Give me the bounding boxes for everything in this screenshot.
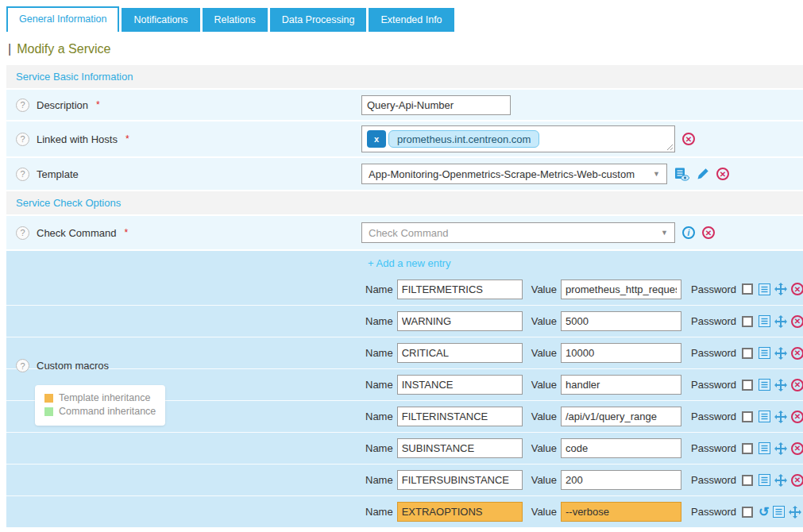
password-checkbox[interactable] [742,443,753,454]
view-template-icon[interactable] [674,168,689,181]
macro-value-input[interactable] [561,470,681,490]
clear-check-command-icon[interactable]: ✕ [702,226,715,239]
tab-relations[interactable]: Relations [203,8,268,32]
delete-macro-icon[interactable]: ✕ [791,315,803,328]
macro-description-icon[interactable] [759,379,770,391]
macro-name-input[interactable] [397,502,523,522]
help-icon[interactable]: ? [16,226,29,240]
info-icon[interactable]: i [682,226,695,239]
move-macro-icon[interactable] [774,379,787,391]
template-select[interactable]: App-Monitoring-Openmetrics-Scrape-Metric… [361,164,667,184]
delete-macro-icon[interactable]: ✕ [791,347,803,360]
macro-value-input[interactable] [561,375,681,395]
macro-value-input[interactable] [561,311,681,331]
move-macro-icon[interactable] [774,474,787,487]
macro-row: Name Value Password ↺ ✕ [6,495,803,527]
inheritance-legend: Template inheritance Command inheritance [35,385,165,426]
section-check-options: Service Check Options [6,191,803,214]
check-command-select[interactable]: Check Command ▼ [361,222,675,243]
password-checkbox[interactable] [742,283,753,295]
resize-handle-icon[interactable] [666,144,674,151]
password-checkbox[interactable] [742,316,753,327]
macro-description-icon[interactable] [759,474,770,486]
macro-name-input[interactable] [397,438,523,458]
macro-name-input[interactable] [397,407,523,426]
macro-row: Name Value Password ↺ ✕ [6,464,803,495]
macro-value-input[interactable] [561,279,681,299]
title-pipe: | [8,42,11,56]
macro-name-input[interactable] [397,343,523,363]
password-checkbox[interactable] [742,348,753,359]
chevron-down-icon: ▼ [661,229,668,237]
move-macro-icon[interactable] [774,347,787,360]
macro-value-input[interactable] [561,438,681,458]
move-macro-icon[interactable] [774,315,787,328]
macro-value-input[interactable] [561,343,681,363]
tab-data-processing[interactable]: Data Processing [270,8,367,32]
check-command-label: Check Command [37,227,116,239]
macro-name-input[interactable] [397,375,523,395]
help-icon[interactable]: ? [16,133,29,146]
template-selected-value: App-Monitoring-Openmetrics-Scrape-Metric… [369,168,635,180]
tab-general-information[interactable]: General Information [6,6,119,32]
clear-hosts-icon[interactable]: ✕ [682,133,695,145]
macro-description-icon[interactable] [773,506,785,518]
add-new-entry-link[interactable]: + Add a new entry [6,251,450,273]
tab-notifications[interactable]: Notifications [122,8,199,32]
move-macro-icon[interactable] [774,283,787,295]
page-title-text: Modify a Service [17,42,110,56]
description-input[interactable] [361,95,511,115]
help-icon[interactable]: ? [16,168,29,181]
required-asterisk: * [96,99,100,110]
macro-name-input[interactable] [397,311,523,331]
tab-extended-info[interactable]: Extended Info [369,8,454,32]
macro-password-label: Password [691,347,736,359]
password-checkbox[interactable] [742,475,753,486]
macro-description-icon[interactable] [759,411,770,422]
macro-name-label: Name [365,442,393,454]
delete-macro-icon[interactable]: ✕ [791,379,803,391]
required-asterisk: * [124,227,128,238]
clear-template-icon[interactable]: ✕ [716,168,729,180]
linked-hosts-multiselect[interactable]: x prometheus.int.centreon.com [361,125,675,152]
move-macro-icon[interactable] [774,411,787,423]
password-checkbox[interactable] [742,507,753,518]
macro-value-input[interactable] [561,407,681,426]
macro-description-icon[interactable] [759,283,770,295]
password-checkbox[interactable] [742,411,753,422]
move-macro-icon[interactable] [789,506,801,519]
delete-macro-icon[interactable]: ✕ [791,474,803,487]
undo-icon[interactable]: ↺ [759,507,769,518]
macro-password-label: Password [691,442,736,454]
macro-description-icon[interactable] [759,442,770,454]
macro-description-icon[interactable] [759,315,770,327]
macro-value-label: Value [531,315,557,327]
delete-macro-icon[interactable]: ✕ [791,442,803,455]
delete-macro-icon[interactable]: ✕ [791,283,803,295]
macro-password-label: Password [691,474,736,486]
help-icon[interactable]: ? [16,98,29,112]
command-inheritance-swatch [44,407,53,416]
macro-password-label: Password [691,283,736,295]
macro-description-icon[interactable] [759,347,770,359]
delete-macro-icon[interactable]: ✕ [791,411,803,423]
password-checkbox[interactable] [742,380,753,391]
edit-template-icon[interactable] [697,168,709,180]
macro-row: Name Value Password ↺ ✕ [6,305,803,337]
move-macro-icon[interactable] [774,442,787,455]
macro-name-input[interactable] [397,470,523,490]
macro-password-label: Password [691,411,736,422]
macro-row: Name Value Password ↺ ✕ [6,432,803,464]
macro-name-label: Name [365,506,393,518]
template-inheritance-swatch [44,394,53,403]
host-tag-label: prometheus.int.centreon.com [388,130,539,148]
macro-value-input[interactable] [561,502,681,522]
legend-label: Template inheritance [59,391,150,405]
macro-name-input[interactable] [397,279,523,299]
macro-name-label: Name [365,315,393,327]
macro-password-label: Password [691,315,736,327]
macro-value-label: Value [531,411,557,422]
tag-remove-icon[interactable]: x [367,130,386,148]
custom-macros-label: Custom macros [37,360,109,372]
help-icon[interactable]: ? [16,359,29,372]
